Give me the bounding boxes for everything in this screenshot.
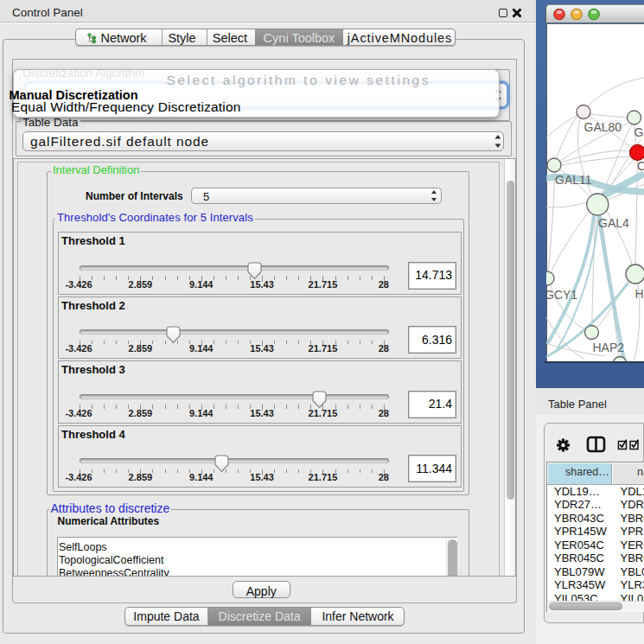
svg-text:GCY1: GCY1 [546,288,577,302]
svg-text:GA: GA [634,125,644,139]
svg-text:GAL11: GAL11 [555,173,592,187]
svg-text:GAL4: GAL4 [598,216,629,230]
svg-text:H: H [635,287,644,301]
svg-text:HAP2: HAP2 [593,341,625,354]
svg-text:C: C [637,159,644,173]
svg-text:GAL80: GAL80 [584,120,622,134]
